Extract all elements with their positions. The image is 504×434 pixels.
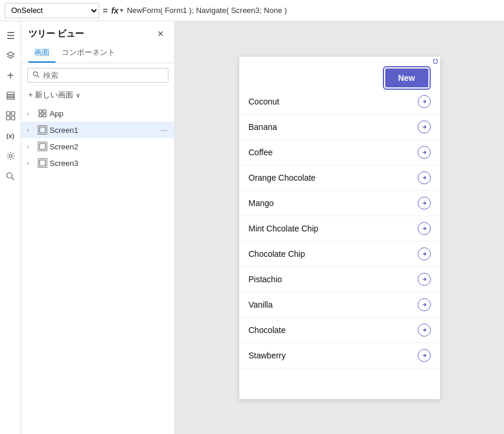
icon-bar: ☰ + (x) [0,21,21,434]
fx-label: fx [111,6,118,15]
tree-item-screen2[interactable]: › Screen2 [21,138,174,155]
tree-items: › App › Sc [21,105,174,434]
database-icon[interactable] [1,86,20,105]
list-item-text: Chocolate Chip [249,249,305,259]
top-bar: OnSelect = fx ▾ [0,0,504,21]
tree-label-screen1: Screen1 [50,126,155,135]
tree-label-screen2: Screen2 [50,142,170,151]
plus-icon[interactable]: + [1,66,20,85]
new-button[interactable]: New [385,68,428,87]
list-item-arrow-icon [418,324,431,337]
search-icon [32,71,40,80]
settings-icon[interactable] [1,146,20,165]
svg-rect-17 [40,143,45,149]
sidebar-search-area [21,63,174,87]
tree-item-app[interactable]: › App [21,105,174,122]
list-item-arrow-icon [418,171,431,184]
svg-rect-18 [40,160,45,166]
svg-line-11 [37,76,39,77]
chevron-screen1: › [27,127,35,133]
svg-rect-5 [6,116,10,120]
variables-icon[interactable]: (x) [1,126,20,145]
sidebar-close-button[interactable]: ✕ [154,27,167,40]
tree-item-screen3[interactable]: › Screen3 [21,155,174,171]
svg-rect-6 [11,116,15,120]
list-item[interactable]: Mint Chcolate Chip [239,216,440,242]
main-area: ☰ + (x) [0,21,504,434]
screen1-icon [38,125,47,135]
list-item-arrow-icon [418,247,431,260]
svg-point-8 [7,172,12,178]
property-select[interactable]: OnSelect [5,3,99,18]
hamburger-icon[interactable]: ☰ [1,26,20,45]
tab-screens[interactable]: 画面 [28,44,56,63]
screen3-icon [38,158,47,168]
list-item-text: Stawberry [249,351,286,360]
svg-rect-16 [40,127,45,133]
fx-chevron[interactable]: ▾ [120,6,123,14]
svg-rect-2 [7,97,14,99]
search-input[interactable] [43,71,163,80]
app-icon [38,109,47,118]
tab-components[interactable]: コンポーネント [56,44,121,63]
sidebar-tabs: 画面 コンポーネント [21,44,174,63]
list-item-text: Banana [249,122,277,132]
sidebar: ツリー ビュー ✕ 画面 コンポーネント + 新しい画面 ∨ [21,21,175,434]
list-item[interactable]: Pistachio [239,267,440,292]
svg-line-9 [12,177,14,180]
layers-icon[interactable] [1,46,20,65]
list-item-arrow-icon [418,222,431,235]
new-screen-button[interactable]: + 新しい画面 ∨ [21,87,174,105]
sidebar-header: ツリー ビュー ✕ [21,21,174,44]
list-item[interactable]: Coffee [239,140,440,165]
tree-more-screen1[interactable]: ··· [158,125,170,135]
search-box [27,68,168,83]
list-item-text: Chocolate [249,325,286,335]
fx-area: fx ▾ [111,6,123,15]
list-item[interactable]: Orange Chocolate [239,165,440,191]
tree-item-screen1[interactable]: › Screen1 ··· [21,122,174,138]
svg-rect-3 [6,112,10,115]
svg-rect-1 [7,95,14,97]
canvas-area: New Coconut Banana Coffee [175,21,504,434]
screen2-icon [38,142,47,151]
sidebar-title: ツリー ビュー [28,28,84,40]
canvas-frame: New Coconut Banana Coffee [239,57,440,399]
list-item[interactable]: Mango [239,191,440,216]
list-item[interactable]: Stawberry [239,343,440,368]
list-item[interactable]: Chocolate [239,318,440,343]
list-item-text: Coconut [249,97,279,106]
list-item-arrow-icon [418,349,431,362]
new-screen-chevron: ∨ [76,92,80,99]
list-item-text: Orange Chocolate [249,173,316,182]
list-item-arrow-icon [418,146,431,159]
list-item-text: Coffee [249,148,273,157]
svg-rect-13 [43,110,46,113]
svg-point-7 [9,155,12,158]
list-items: Coconut Banana Coffee Orange Chocolate [239,57,440,368]
chevron-app: › [27,110,35,117]
formula-input[interactable] [127,3,499,18]
svg-rect-12 [39,110,42,113]
list-item-arrow-icon [418,197,431,210]
svg-rect-14 [39,114,42,117]
list-item-text: Pistachio [249,275,282,284]
new-screen-label: + 新しい画面 [28,90,73,100]
list-item[interactable]: Coconut [239,89,440,115]
list-item-text: Mango [249,198,274,208]
search-bottom-icon[interactable] [1,167,20,185]
list-item-text: Vanilla [249,300,273,309]
list-item[interactable]: Vanilla [239,292,440,318]
list-item-arrow-icon [418,273,431,286]
list-item-text: Mint Chcolate Chip [249,224,318,233]
list-item-arrow-icon [418,120,431,133]
insert-icon[interactable] [1,106,20,125]
tree-label-app: App [50,109,170,118]
svg-rect-0 [7,92,14,94]
chevron-screen2: › [27,143,35,150]
list-item[interactable]: Banana [239,115,440,140]
equals-label: = [103,6,108,15]
list-item-arrow-icon [418,95,431,108]
svg-point-10 [34,72,38,76]
list-item[interactable]: Chocolate Chip [239,242,440,267]
